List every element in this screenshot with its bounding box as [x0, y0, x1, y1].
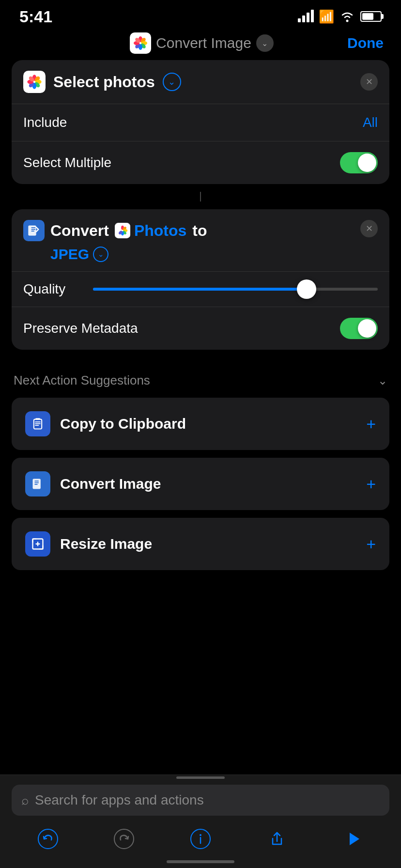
search-bar-container: ⌕ Search for apps and actions — [0, 778, 401, 820]
redo-button[interactable] — [109, 824, 139, 853]
wifi-icon — [339, 10, 355, 23]
svg-rect-31 — [35, 425, 39, 426]
status-icons: 📶 — [298, 9, 382, 24]
suggestion-add-icon[interactable]: + — [366, 415, 376, 434]
search-icon: ⌕ — [21, 793, 29, 808]
expand-chevron-icon[interactable]: ⌄ — [163, 73, 181, 91]
preserve-metadata-toggle[interactable] — [340, 318, 378, 339]
info-button[interactable] — [186, 824, 215, 853]
select-multiple-toggle[interactable] — [340, 152, 378, 173]
suggestion-add-icon-2[interactable]: + — [366, 475, 376, 494]
suggestion-clipboard-label: Copy to Clipboard — [60, 416, 186, 432]
suggestion-left: Copy to Clipboard — [25, 411, 186, 436]
select-multiple-label: Select Multiple — [23, 155, 111, 170]
clipboard-icon — [25, 411, 50, 436]
photos-pill[interactable]: Photos — [115, 222, 186, 240]
share-button[interactable] — [262, 824, 292, 853]
signal-icon — [298, 11, 314, 22]
convert-action-icon — [23, 220, 45, 241]
include-label: Include — [23, 115, 67, 130]
suggestions-chevron-icon[interactable]: ⌄ — [378, 374, 387, 388]
suggestion-left: Convert Image — [25, 471, 161, 496]
svg-point-35 — [114, 829, 134, 849]
status-time: 5:41 — [19, 7, 52, 26]
select-multiple-row: Select Multiple — [12, 141, 389, 184]
done-button[interactable]: Done — [347, 35, 384, 51]
to-label: to — [192, 222, 207, 240]
svg-point-34 — [38, 829, 58, 849]
include-value[interactable]: All — [363, 115, 378, 130]
card-connector — [200, 192, 201, 202]
select-photos-card: Select photos ⌄ ✕ Include All Select Mul… — [12, 60, 389, 184]
undo-button[interactable] — [33, 824, 62, 853]
drag-handle — [176, 776, 225, 779]
convert-image-icon — [25, 471, 50, 496]
select-photos-title: Select photos — [53, 73, 155, 91]
content-area: Select photos ⌄ ✕ Include All Select Mul… — [0, 60, 401, 570]
svg-rect-20 — [115, 223, 130, 238]
quality-label: Quality — [23, 281, 81, 297]
suggestion-copy-clipboard[interactable]: Copy to Clipboard + — [12, 398, 389, 450]
search-placeholder: Search for apps and actions — [35, 792, 204, 808]
nav-center: Convert Image ⌄ — [130, 32, 274, 54]
convert-line1: Convert — [23, 220, 360, 241]
convert-close-button[interactable]: ✕ — [360, 220, 378, 237]
svg-rect-29 — [35, 421, 41, 422]
svg-rect-32 — [33, 479, 41, 489]
format-chevron-icon[interactable]: ⌄ — [93, 247, 108, 262]
select-photos-header: Select photos ⌄ ✕ — [12, 60, 389, 104]
suggestion-convert-label: Convert Image — [60, 476, 161, 492]
suggestion-resize-image[interactable]: Resize Image + — [12, 518, 389, 570]
convert-label: Convert — [50, 222, 109, 240]
format-pill[interactable]: JPEG ⌄ — [50, 246, 108, 263]
svg-point-37 — [200, 834, 201, 836]
quality-slider[interactable] — [93, 288, 378, 291]
svg-rect-30 — [35, 423, 41, 424]
quality-row: Quality — [12, 271, 389, 307]
svg-point-0 — [346, 20, 349, 22]
format-label: JPEG — [50, 246, 89, 263]
nav-chevron-icon[interactable]: ⌄ — [256, 34, 274, 52]
suggestion-left: Resize Image — [25, 531, 152, 557]
search-bar[interactable]: ⌕ Search for apps and actions — [12, 785, 389, 816]
convert-content: Convert — [23, 220, 360, 271]
photos-pill-text: Photos — [134, 222, 186, 240]
svg-rect-1 — [130, 32, 151, 54]
convert-card: Convert — [12, 209, 389, 350]
wifi-icon: 📶 — [319, 9, 334, 24]
top-nav: Convert Image ⌄ Done — [0, 26, 401, 60]
nav-title: Convert Image — [156, 35, 251, 51]
suggestions-title: Next Action Suggestions — [14, 373, 150, 388]
close-button[interactable]: ✕ — [360, 73, 378, 91]
suggestion-resize-label: Resize Image — [60, 536, 152, 552]
resize-icon — [25, 531, 50, 557]
play-button[interactable] — [339, 824, 368, 853]
include-row: Include All — [12, 104, 389, 141]
preserve-metadata-row: Preserve Metadata — [12, 307, 389, 350]
status-bar: 5:41 📶 — [0, 0, 401, 26]
suggestion-add-icon-3[interactable]: + — [366, 535, 376, 554]
suggestion-convert-image[interactable]: Convert Image + — [12, 458, 389, 510]
header-left: Select photos ⌄ — [23, 71, 181, 93]
photos-app-icon — [130, 32, 151, 54]
photos-icon — [23, 71, 46, 93]
preserve-metadata-label: Preserve Metadata — [23, 321, 138, 336]
convert-header: Convert — [12, 209, 389, 271]
bottom-toolbar — [0, 820, 401, 860]
photos-pill-icon — [115, 223, 130, 238]
svg-rect-28 — [34, 419, 42, 429]
suggestions-header: Next Action Suggestions ⌄ — [12, 357, 389, 398]
bottom-section: ⌕ Search for apps and actions — [0, 775, 401, 868]
home-bar — [167, 860, 234, 863]
svg-rect-10 — [23, 71, 46, 93]
svg-rect-19 — [28, 226, 36, 236]
battery-icon — [360, 11, 382, 22]
home-indicator — [0, 860, 401, 868]
